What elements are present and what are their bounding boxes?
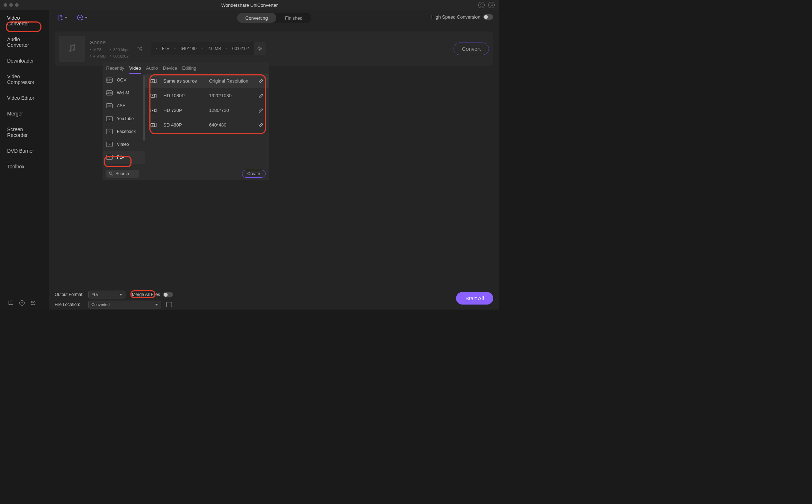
folder-open-icon[interactable] — [166, 302, 172, 307]
sidebar-item-merger[interactable]: Merger — [0, 106, 49, 122]
video-icon — [150, 108, 157, 113]
high-speed-label: High Speed Conversion — [431, 14, 480, 20]
file-location-select[interactable]: Converted — [88, 301, 161, 308]
resolution-value: 1280*720 — [209, 108, 252, 113]
picker-tab-video[interactable]: Video — [129, 64, 141, 74]
sidebar-item-label: Screen Recorder — [7, 127, 28, 138]
media-info: Sonne MP3 320 kbps 4.9 MB 00:02:02 — [90, 39, 130, 58]
sidebar-item-video-editor[interactable]: Video Editor — [0, 90, 49, 106]
resolution-label: SD 480P — [163, 122, 203, 128]
format-item-youtube[interactable]: ▶YouTube — [103, 112, 145, 125]
create-button[interactable]: Create — [242, 170, 266, 178]
format-item-flv[interactable]: fFLV — [103, 151, 145, 164]
sidebar-bottom-icons: ? — [0, 300, 49, 306]
out-res: 640*480 — [180, 46, 197, 51]
search-input[interactable]: Search — [106, 170, 139, 178]
sidebar-item-label: Audio Converter — [7, 36, 29, 48]
format-label: Vimeo — [117, 142, 129, 147]
merge-toggle[interactable] — [163, 292, 173, 297]
convert-button[interactable]: Convert — [454, 43, 489, 55]
sidebar-item-downloader[interactable]: Downloader — [0, 53, 49, 69]
format-item-webm[interactable]: WEBMWebM — [103, 87, 145, 99]
media-card[interactable]: Sonne MP3 320 kbps 4.9 MB 00:02:02 FLV 6… — [55, 31, 493, 66]
picker-tab-audio[interactable]: Audio — [146, 64, 158, 74]
sidebar-item-audio-converter[interactable]: Audio Converter — [0, 31, 49, 53]
tab-label: Converting — [245, 15, 268, 21]
format-item-vimeo[interactable]: vVimeo — [103, 138, 145, 151]
picker-tab-recently[interactable]: Recently — [106, 64, 124, 74]
format-label: OGV — [117, 78, 127, 83]
resolution-list: Same as source Original Resolution HD 10… — [145, 74, 269, 168]
format-list[interactable]: OGVOGV WEBMWebM ASFASF ▶YouTube fFaceboo… — [103, 74, 145, 168]
edit-icon[interactable] — [258, 79, 263, 84]
traffic-zoom[interactable] — [15, 3, 19, 7]
output-summary-chip[interactable]: FLV 640*480 2.0 MB 00:02:02 — [151, 42, 254, 55]
src-size: 4.9 MB — [93, 54, 106, 58]
format-item-asf[interactable]: ASFASF — [103, 99, 145, 112]
format-item-facebook[interactable]: fFacebook — [103, 125, 145, 138]
sidebar-item-toolbox[interactable]: Toolbox — [0, 159, 49, 174]
toggle-knob — [164, 293, 168, 297]
help-icon[interactable]: ? — [19, 300, 25, 306]
media-meta-row-2: 4.9 MB 00:02:02 — [90, 54, 130, 58]
sidebar-item-video-converter[interactable]: Video Converter — [0, 10, 49, 31]
traffic-close[interactable] — [4, 3, 7, 7]
add-file-button[interactable] — [55, 13, 70, 22]
video-icon — [150, 123, 157, 128]
svg-point-4 — [34, 302, 35, 303]
resolution-item-720p[interactable]: HD 720P 1280*720 — [145, 103, 269, 118]
svg-point-3 — [31, 301, 33, 303]
traffic-minimize[interactable] — [9, 3, 13, 7]
main-panel: Converting Finished High Speed Conversio… — [49, 10, 499, 310]
book-icon[interactable] — [8, 300, 14, 306]
media-meta-row-1: MP3 320 kbps — [90, 48, 130, 52]
svg-text:?: ? — [21, 301, 23, 305]
src-duration: 00:02:02 — [113, 54, 129, 58]
sidebar-item-dvd-burner[interactable]: DVD Burner — [0, 143, 49, 159]
resolution-value: Original Resolution — [209, 78, 252, 84]
window-titlebar: Wondershare UniConverter — [0, 0, 499, 10]
add-disc-button[interactable] — [75, 13, 90, 22]
feedback-icon[interactable] — [488, 2, 495, 8]
start-all-label: Start All — [465, 295, 484, 301]
toolbar: Converting Finished High Speed Conversio… — [49, 10, 499, 25]
sidebar-item-label: Video Converter — [7, 15, 29, 26]
format-icon: v — [106, 142, 113, 147]
resolution-item-480p[interactable]: SD 480P 640*480 — [145, 118, 269, 132]
start-all-button[interactable]: Start All — [456, 292, 493, 305]
chevron-down-icon — [85, 17, 88, 19]
file-add-icon — [57, 14, 63, 21]
tab-finished[interactable]: Finished — [276, 13, 311, 23]
edit-icon[interactable] — [258, 123, 263, 128]
sidebar-item-screen-recorder[interactable]: Screen Recorder — [0, 122, 49, 143]
merge-label: Merge All Files — [132, 292, 160, 297]
output-format-label: Output Format: — [55, 292, 85, 297]
high-speed-toggle[interactable] — [483, 14, 493, 20]
picker-tab-device[interactable]: Device — [163, 64, 177, 74]
account-icon[interactable] — [478, 2, 485, 8]
resolution-label: Same as source — [163, 78, 203, 84]
file-location-row: File Location: Converted — [55, 301, 493, 308]
edit-icon[interactable] — [258, 108, 263, 113]
people-icon[interactable] — [30, 300, 36, 306]
window-title: Wondershare UniConverter — [221, 3, 278, 8]
output-format-row: Output Format: FLV Merge All Files — [55, 291, 493, 298]
output-format-select[interactable]: FLV — [88, 291, 125, 298]
picker-tab-editing[interactable]: Editing — [182, 64, 197, 74]
media-thumbnail — [59, 36, 85, 62]
format-item-ogv[interactable]: OGVOGV — [103, 74, 145, 87]
picker-tabs: Recently Video Audio Device Editing — [103, 62, 269, 74]
picker-footer: Search Create — [103, 168, 269, 180]
sidebar-item-video-compressor[interactable]: Video Compressor — [0, 69, 49, 90]
convert-label: Convert — [462, 46, 481, 52]
resolution-item-1080p[interactable]: HD 1080P 1920*1080 — [145, 88, 269, 103]
format-label: ASF — [117, 103, 125, 108]
edit-icon[interactable] — [258, 93, 263, 98]
settings-button[interactable] — [254, 42, 266, 55]
format-icon: WEBM — [106, 90, 113, 95]
bottom-bar: Output Format: FLV Merge All Files File … — [49, 290, 499, 310]
resolution-value: 1920*1080 — [209, 93, 252, 98]
out-size: 2.0 MB — [208, 46, 221, 51]
tab-converting[interactable]: Converting — [237, 13, 276, 23]
resolution-item-same[interactable]: Same as source Original Resolution — [145, 74, 269, 88]
